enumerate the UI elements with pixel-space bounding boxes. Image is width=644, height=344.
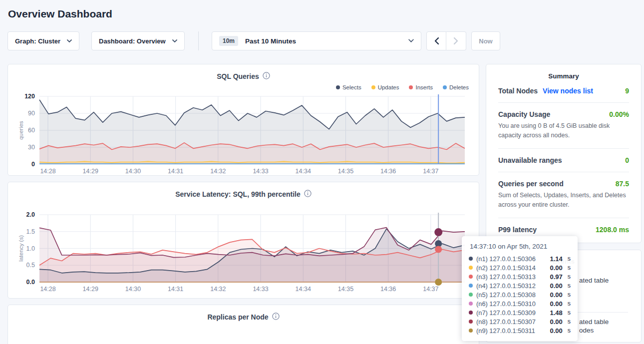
summary-panel: Summary Total NodesView nodes list9Capac… xyxy=(486,64,642,243)
node-address: (n4) 127.0.0.1:50312 xyxy=(476,282,536,290)
node-latency-value: 1.14 xyxy=(550,255,562,263)
event-item-text[interactable]: ated table xyxy=(579,318,609,326)
node-address: (n3) 127.0.0.1:50313 xyxy=(476,273,536,281)
svg-text:14:36: 14:36 xyxy=(380,286,396,293)
time-range-dropdown[interactable]: 10m Past 10 Minutes xyxy=(212,31,421,50)
service-latency-chart[interactable]: 14:2814:2914:3014:3114:3214:3314:3414:35… xyxy=(8,200,479,298)
overview-dashboard-page: Overview Dashboard Graph: Cluster Dashbo… xyxy=(0,0,644,344)
legend-dot xyxy=(409,85,413,89)
svg-text:60: 60 xyxy=(28,127,35,134)
svg-text:120: 120 xyxy=(24,93,35,100)
svg-text:90: 90 xyxy=(28,110,35,117)
svg-text:14:34: 14:34 xyxy=(296,286,311,293)
summary-row: Total NodesView nodes list9 xyxy=(498,87,629,95)
chart-hover-tooltip: 14:37:10 on Apr 5th, 2021 (n1) 127.0.0.1… xyxy=(462,236,578,341)
node-color-dot xyxy=(469,266,473,270)
node-address: (n9) 127.0.0.1:50311 xyxy=(476,327,535,335)
summary-value: 9 xyxy=(625,87,629,95)
svg-text:queries: queries xyxy=(18,121,24,140)
legend-item[interactable]: Selects xyxy=(336,84,361,90)
node-latency-value: 0.00 xyxy=(550,300,562,308)
legend-item[interactable]: Updates xyxy=(371,84,399,90)
summary-divider xyxy=(498,172,629,172)
charts-column: SQL Queries SelectsUpdatesInsertsDeletes… xyxy=(7,64,479,344)
svg-text:2.0: 2.0 xyxy=(26,211,35,218)
info-icon[interactable] xyxy=(304,190,312,199)
dashboard-selector-dropdown[interactable]: Dashboard: Overview xyxy=(91,31,185,50)
svg-text:14:29: 14:29 xyxy=(83,168,98,175)
svg-text:14:28: 14:28 xyxy=(40,286,55,293)
tooltip-row: (n1) 127.0.0.1:503061.14s xyxy=(469,254,571,263)
tooltip-rows: (n1) 127.0.0.1:503061.14s(n2) 127.0.0.1:… xyxy=(469,254,571,335)
svg-text:14:30: 14:30 xyxy=(125,286,141,293)
summary-row: Capacity Usage0.00%You are using 0 B of … xyxy=(498,110,629,141)
dashboard-selector-label: Dashboard: Overview xyxy=(99,37,166,45)
node-color-dot xyxy=(469,311,473,315)
chevron-down-icon xyxy=(172,39,177,43)
summary-divider xyxy=(498,218,629,218)
page-title: Overview Dashboard xyxy=(8,8,642,20)
legend-item[interactable]: Deletes xyxy=(443,84,469,90)
view-nodes-list-link[interactable]: View nodes list xyxy=(543,87,593,95)
tooltip-row: (n8) 127.0.0.1:503070.00s xyxy=(469,317,571,326)
legend-label: Selects xyxy=(342,84,361,90)
summary-row: P99 latency1208.0 ms xyxy=(498,226,629,234)
node-latency-value: 0.97 xyxy=(550,273,562,281)
legend-item[interactable]: Inserts xyxy=(409,84,433,90)
svg-text:14:35: 14:35 xyxy=(338,286,353,293)
time-prev-button[interactable] xyxy=(426,31,446,50)
tooltip-row: (n5) 127.0.0.1:503080.00s xyxy=(469,290,571,299)
now-button-label: Now xyxy=(479,37,492,45)
summary-rows: Total NodesView nodes list9Capacity Usag… xyxy=(498,87,629,234)
node-latency-unit: s xyxy=(568,255,571,262)
summary-label: P99 latency xyxy=(498,226,537,234)
node-color-dot xyxy=(469,284,473,288)
sql-queries-chart[interactable]: 14:2814:2914:3014:3114:3214:3314:3414:35… xyxy=(8,92,479,175)
node-color-dot xyxy=(469,275,473,279)
svg-text:14:35: 14:35 xyxy=(338,168,353,175)
node-address: (n1) 127.0.0.1:50306 xyxy=(476,255,536,263)
time-next-button[interactable] xyxy=(446,31,466,50)
node-latency-unit: s xyxy=(568,318,571,325)
tooltip-row: (n4) 127.0.0.1:503120.00s xyxy=(469,281,571,290)
svg-text:0: 0 xyxy=(31,161,35,168)
svg-text:14:31: 14:31 xyxy=(168,168,183,175)
node-address: (n8) 127.0.0.1:50307 xyxy=(476,318,536,326)
time-range-label: Past 10 Minutes xyxy=(245,37,296,45)
sql-legend: SelectsUpdatesInsertsDeletes xyxy=(8,82,479,92)
event-item-text[interactable]: odes xyxy=(579,327,594,334)
time-range-badge: 10m xyxy=(219,36,238,46)
svg-text:latency (s): latency (s) xyxy=(18,235,24,262)
summary-title: Summary xyxy=(498,72,629,80)
node-latency-unit: s xyxy=(568,300,571,307)
node-color-dot xyxy=(469,293,473,297)
summary-label: Unavailable ranges xyxy=(498,156,562,164)
legend-label: Inserts xyxy=(415,84,433,90)
svg-text:14:36: 14:36 xyxy=(380,168,396,175)
tooltip-row: (n9) 127.0.0.1:503110.00s xyxy=(469,326,571,335)
svg-text:1.0: 1.0 xyxy=(26,245,35,252)
summary-value: 87.5 xyxy=(616,180,629,188)
node-color-dot xyxy=(469,329,473,333)
svg-text:14:34: 14:34 xyxy=(296,168,311,175)
replicas-header: Replicas per Node xyxy=(8,311,479,323)
chevron-down-icon xyxy=(67,39,72,43)
tooltip-timestamp: 14:37:10 on Apr 5th, 2021 xyxy=(470,243,571,250)
now-button[interactable]: Now xyxy=(471,31,500,50)
node-color-dot xyxy=(469,302,473,306)
graph-selector-dropdown[interactable]: Graph: Cluster xyxy=(7,31,79,50)
svg-text:0.5: 0.5 xyxy=(26,262,35,269)
node-latency-unit: s xyxy=(568,264,571,271)
event-item-text[interactable]: ated table xyxy=(579,277,609,284)
summary-row: Queries per second87.5Sum of Selects, Up… xyxy=(498,180,629,210)
node-latency-value: 1.48 xyxy=(550,309,562,317)
controls-bar: Graph: Cluster Dashboard: Overview 10m P… xyxy=(7,31,642,50)
summary-row: Unavailable ranges0 xyxy=(498,156,629,164)
legend-dot xyxy=(371,85,375,89)
tooltip-row: (n3) 127.0.0.1:503130.97s xyxy=(469,272,571,281)
info-icon[interactable] xyxy=(263,72,270,81)
info-icon[interactable] xyxy=(272,313,280,322)
tooltip-row: (n6) 127.0.0.1:503100.00s xyxy=(469,299,571,308)
svg-text:14:37: 14:37 xyxy=(423,286,438,293)
summary-value: 1208.0 ms xyxy=(596,226,629,234)
